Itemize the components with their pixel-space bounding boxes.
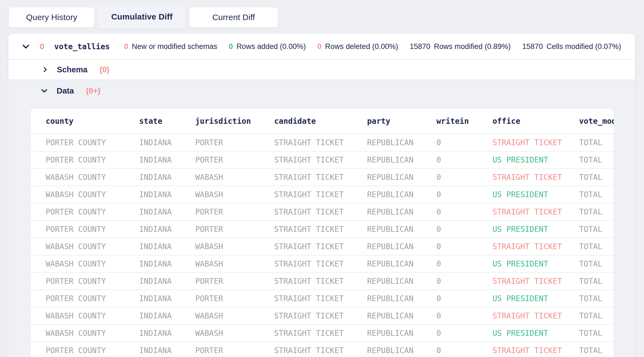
cell-state: INDIANA xyxy=(139,277,195,286)
stat-value: 15870 xyxy=(410,42,430,51)
cell-county: WABASH COUNTY xyxy=(46,259,139,268)
cell-candidate: STRAIGHT TICKET xyxy=(274,173,367,182)
cell-jurisdiction: PORTER xyxy=(195,155,274,164)
cell-county: PORTER COUNTY xyxy=(46,207,139,216)
cell-county: WABASH COUNTY xyxy=(46,242,139,251)
cell-state: INDIANA xyxy=(139,329,195,338)
data-section-label: Data xyxy=(57,86,74,95)
column-header-vote_mod: vote_mod xyxy=(579,117,614,126)
cell-jurisdiction: PORTER xyxy=(195,294,274,303)
table-row: WABASH COUNTYINDIANAWABASHSTRAIGHT TICKE… xyxy=(31,186,614,204)
diff-stat: 15870Rows modified (0.89%) xyxy=(410,42,511,51)
cell-candidate: STRAIGHT TICKET xyxy=(274,190,367,199)
tab-current-diff[interactable]: Current Diff xyxy=(189,7,278,28)
cell-office: US PRESIDENT xyxy=(492,294,579,303)
stat-value: 0 xyxy=(229,42,233,51)
column-header-candidate: candidate xyxy=(274,117,367,126)
stat-label: Rows modified (0.89%) xyxy=(434,42,511,51)
table-body: PORTER COUNTYINDIANAPORTERSTRAIGHT TICKE… xyxy=(31,134,614,357)
cell-candidate: STRAIGHT TICKET xyxy=(274,329,367,338)
cell-county: PORTER COUNTY xyxy=(46,277,139,286)
cell-vote_mod: TOTAL xyxy=(579,259,614,268)
cell-county: PORTER COUNTY xyxy=(46,294,139,303)
diff-panel: 0 vote_tallies 0New or modified schemas0… xyxy=(8,34,635,357)
cell-writein: 0 xyxy=(436,329,492,338)
schema-change-count: (0) xyxy=(100,65,109,74)
cell-candidate: STRAIGHT TICKET xyxy=(274,155,367,164)
data-section: Data (0+) countystatejurisdictioncandida… xyxy=(9,80,635,357)
column-header-office: office xyxy=(492,117,579,126)
cell-vote_mod: TOTAL xyxy=(579,329,614,338)
stat-value: 0 xyxy=(317,42,321,51)
cell-county: PORTER COUNTY xyxy=(46,138,139,147)
cell-writein: 0 xyxy=(436,277,492,286)
diff-stat: 0Rows deleted (0.00%) xyxy=(317,42,398,51)
column-header-party: party xyxy=(367,117,436,126)
cell-vote_mod: TOTAL xyxy=(579,173,614,182)
diff-stat: 0Rows added (0.00%) xyxy=(229,42,306,51)
chevron-down-icon[interactable] xyxy=(21,41,31,52)
table-row: PORTER COUNTYINDIANAPORTERSTRAIGHT TICKE… xyxy=(31,290,614,307)
tab-cumulative-diff[interactable]: Cumulative Diff xyxy=(98,4,186,29)
cell-county: WABASH COUNTY xyxy=(46,173,139,182)
cell-writein: 0 xyxy=(436,173,492,182)
cell-jurisdiction: WABASH xyxy=(195,259,274,268)
schema-section-toggle[interactable]: Schema (0) xyxy=(9,60,635,80)
cell-vote_mod: TOTAL xyxy=(579,138,614,147)
column-header-jurisdiction: jurisdiction xyxy=(195,117,274,126)
table-name: vote_tallies xyxy=(54,42,110,51)
column-header-state: state xyxy=(139,117,195,126)
cell-candidate: STRAIGHT TICKET xyxy=(274,207,367,216)
cell-county: WABASH COUNTY xyxy=(46,329,139,338)
cell-candidate: STRAIGHT TICKET xyxy=(274,138,367,147)
table-row: PORTER COUNTYINDIANAPORTERSTRAIGHT TICKE… xyxy=(31,152,614,169)
cell-writein: 0 xyxy=(436,259,492,268)
tab-query-history[interactable]: Query History xyxy=(9,7,95,28)
cell-candidate: STRAIGHT TICKET xyxy=(274,259,367,268)
cell-candidate: STRAIGHT TICKET xyxy=(274,242,367,251)
stat-value: 0 xyxy=(124,42,128,51)
cell-state: INDIANA xyxy=(139,225,195,234)
cell-state: INDIANA xyxy=(139,242,195,251)
cell-office: STRAIGHT TICKET xyxy=(492,138,579,147)
cell-writein: 0 xyxy=(436,138,492,147)
cell-office: US PRESIDENT xyxy=(492,259,579,268)
cell-jurisdiction: PORTER xyxy=(195,277,274,286)
cell-state: INDIANA xyxy=(139,173,195,182)
cell-state: INDIANA xyxy=(139,294,195,303)
cell-jurisdiction: WABASH xyxy=(195,242,274,251)
cell-candidate: STRAIGHT TICKET xyxy=(274,311,367,320)
cell-writein: 0 xyxy=(436,207,492,216)
data-change-count: (0+) xyxy=(86,86,100,95)
column-header-writein: writein xyxy=(436,117,492,126)
table-header-row: countystatejurisdictioncandidatepartywri… xyxy=(31,109,614,134)
cell-vote_mod: TOTAL xyxy=(579,311,614,320)
cell-candidate: STRAIGHT TICKET xyxy=(274,225,367,234)
data-section-toggle[interactable]: Data (0+) xyxy=(9,80,635,101)
cell-party: REPUBLICAN xyxy=(367,207,436,216)
table-row: WABASH COUNTYINDIANAWABASHSTRAIGHT TICKE… xyxy=(31,238,614,256)
cell-candidate: STRAIGHT TICKET xyxy=(274,346,367,355)
cell-jurisdiction: PORTER xyxy=(195,346,274,355)
page: { "tabs": { "items": [ { "label": "Query… xyxy=(0,0,644,357)
cell-party: REPUBLICAN xyxy=(367,155,436,164)
cell-vote_mod: TOTAL xyxy=(579,207,614,216)
table-row: PORTER COUNTYINDIANAPORTERSTRAIGHT TICKE… xyxy=(31,221,614,238)
cell-office: US PRESIDENT xyxy=(492,329,579,338)
cell-office: STRAIGHT TICKET xyxy=(492,346,579,355)
cell-writein: 0 xyxy=(436,242,492,251)
diff-stat: 15870Cells modified (0.07%) xyxy=(522,42,621,51)
table-row: WABASH COUNTYINDIANAWABASHSTRAIGHT TICKE… xyxy=(31,256,614,273)
cell-county: PORTER COUNTY xyxy=(46,155,139,164)
table-diff-header[interactable]: 0 vote_tallies 0New or modified schemas0… xyxy=(9,34,635,60)
cell-vote_mod: TOTAL xyxy=(579,190,614,199)
cell-county: WABASH COUNTY xyxy=(46,190,139,199)
diff-stat: 0New or modified schemas xyxy=(124,42,217,51)
chevron-right-icon[interactable] xyxy=(41,65,49,74)
cell-jurisdiction: PORTER xyxy=(195,138,274,147)
cell-party: REPUBLICAN xyxy=(367,138,436,147)
cell-jurisdiction: PORTER xyxy=(195,225,274,234)
chevron-down-icon[interactable] xyxy=(40,86,49,95)
table-change-count-badge: 0 xyxy=(40,42,44,51)
table-row: PORTER COUNTYINDIANAPORTERSTRAIGHT TICKE… xyxy=(31,204,614,221)
